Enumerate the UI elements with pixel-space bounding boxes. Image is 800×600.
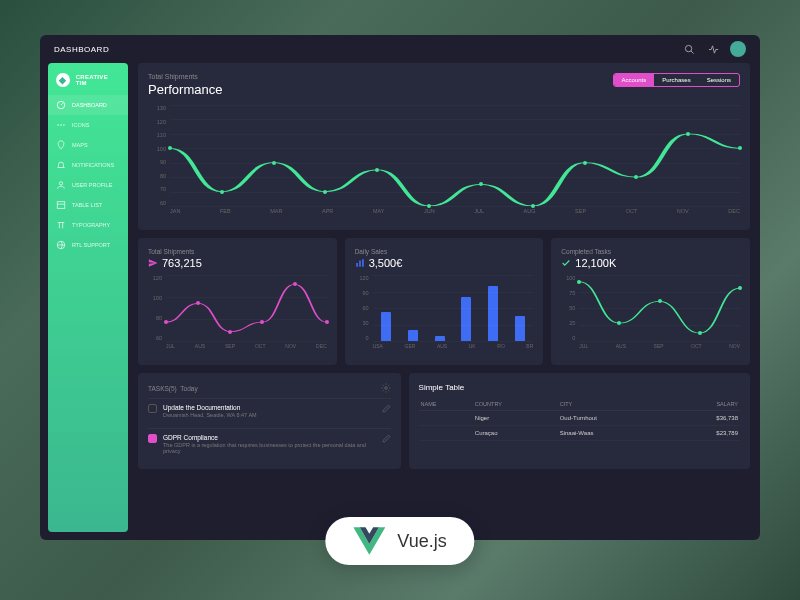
table-title: Simple Table (419, 383, 740, 392)
svg-rect-11 (359, 261, 361, 267)
nav-label: NOTIFICATIONS (72, 162, 114, 168)
stat-label: Completed Tasks (561, 248, 740, 255)
sidebar-item-table-list[interactable]: TABLE LIST (48, 195, 128, 215)
shipments-card: Total Shipments 763,215 1201008060JULAUS… (138, 238, 337, 365)
svg-point-5 (63, 124, 65, 126)
brand[interactable]: ◆ CREATIVE TIM (48, 73, 128, 95)
sidebar-item-dashboard[interactable]: DASHBOARD (48, 95, 128, 115)
tasks-panel: TASKS(5) Today Update the DocumentationD… (138, 373, 401, 469)
stat-label: Daily Sales (355, 248, 534, 255)
rtl-icon (56, 240, 66, 250)
hero-subtitle: Total Shipments (148, 73, 222, 80)
edit-icon[interactable] (382, 434, 391, 443)
svg-point-4 (57, 124, 59, 126)
stat-value: 3,500€ (369, 257, 403, 269)
pill-accounts[interactable]: Accounts (614, 74, 655, 86)
nav-label: RTL SUPPORT (72, 242, 110, 248)
hero-title: Performance (148, 82, 222, 97)
stat-value: 763,215 (162, 257, 202, 269)
sidebar-item-maps[interactable]: MAPS (48, 135, 128, 155)
task-title: GDPR Compliance (163, 434, 376, 441)
tasks-today: Today (180, 385, 197, 392)
typo-icon (56, 220, 66, 230)
tasks-card: Completed Tasks 12,100K 1007550250JULAUS… (551, 238, 750, 365)
sidebar-item-notifications[interactable]: NOTIFICATIONS (48, 155, 128, 175)
nav-label: DASHBOARD (72, 102, 107, 108)
sales-card: Daily Sales 3,500€ 1209060300USAGERAUSUK… (345, 238, 544, 365)
check-icon (561, 258, 571, 268)
pill-purchases[interactable]: Purchases (654, 74, 698, 86)
task-title: Update the Documentation (163, 404, 376, 411)
table-header: SALARY (670, 398, 740, 411)
svg-rect-10 (356, 263, 358, 267)
performance-chart: 13012011010090807060JANFEBMARAPRMAYJUNJU… (148, 105, 740, 220)
nav-label: MAPS (72, 142, 88, 148)
shipments-chart: 1201008060JULAUSSEPOCTNOVDEC (148, 275, 327, 355)
vuejs-icon (353, 527, 385, 555)
nav-label: TABLE LIST (72, 202, 102, 208)
table-header: COUNTRY (473, 398, 558, 411)
chart-tabs: AccountsPurchasesSessions (613, 73, 740, 87)
table-header: CITY (558, 398, 670, 411)
dashboard-icon (56, 100, 66, 110)
sales-chart: 1209060300USAGERAUSUKROBR (355, 275, 534, 355)
paper-plane-icon (148, 258, 158, 268)
task-row: Update the DocumentationDwuamish Head, S… (148, 398, 391, 423)
user-icon (56, 180, 66, 190)
table-panel: Simple Table NAMECOUNTRYCITYSALARY Niger… (409, 373, 750, 469)
svg-point-6 (59, 182, 62, 185)
edit-icon[interactable] (382, 404, 391, 413)
activity-icon[interactable] (706, 42, 720, 56)
icons-icon (56, 120, 66, 130)
performance-card: Total Shipments Performance AccountsPurc… (138, 63, 750, 230)
sidebar-item-user-profile[interactable]: USER PROFILE (48, 175, 128, 195)
nav-label: ICONS (72, 122, 89, 128)
table-cell: Oud-Turnhout (558, 411, 670, 426)
task-checkbox[interactable] (148, 404, 157, 413)
task-subtitle: The GDPR is a regulation that requires b… (163, 442, 376, 454)
avatar[interactable] (730, 41, 746, 57)
svg-rect-7 (57, 202, 65, 209)
brand-text: CREATIVE TIM (76, 74, 120, 86)
table-cell: Niger (473, 411, 558, 426)
vuejs-badge: Vue.js (325, 517, 474, 565)
table-header: NAME (419, 398, 473, 411)
svg-point-3 (60, 124, 62, 126)
page-title: DASHBOARD (54, 45, 109, 54)
sidebar-item-icons[interactable]: ICONS (48, 115, 128, 135)
maps-icon (56, 140, 66, 150)
nav-label: USER PROFILE (72, 182, 112, 188)
sidebar-item-rtl-support[interactable]: RTL SUPPORT (48, 235, 128, 255)
table-cell (419, 411, 473, 426)
stat-value: 12,100K (575, 257, 616, 269)
table-cell: $23,789 (670, 426, 740, 441)
svg-point-0 (685, 45, 691, 51)
svg-point-13 (384, 387, 387, 390)
sales-icon (355, 258, 365, 268)
search-icon[interactable] (682, 42, 696, 56)
simple-table: NAMECOUNTRYCITYSALARY NigerOud-Turnhout$… (419, 398, 740, 441)
svg-rect-12 (362, 259, 364, 267)
svg-line-1 (690, 50, 693, 53)
table-cell: Sinaai-Waas (558, 426, 670, 441)
table-row: NigerOud-Turnhout$36,738 (419, 411, 740, 426)
gear-icon[interactable] (381, 383, 391, 393)
table-cell (419, 426, 473, 441)
topbar: DASHBOARD (40, 35, 760, 63)
table-cell: $36,738 (670, 411, 740, 426)
stat-label: Total Shipments (148, 248, 327, 255)
sidebar-item-typography[interactable]: TYPOGRAPHY (48, 215, 128, 235)
table-row: CuraçaoSinaai-Waas$23,789 (419, 426, 740, 441)
brand-icon: ◆ (56, 73, 70, 87)
bell-icon (56, 160, 66, 170)
table-icon (56, 200, 66, 210)
task-row: GDPR ComplianceThe GDPR is a regulation … (148, 428, 391, 459)
dashboard-window: DASHBOARD ◆ CREATIVE TIM DASHBOARDICONSM… (40, 35, 760, 540)
sidebar: ◆ CREATIVE TIM DASHBOARDICONSMAPSNOTIFIC… (48, 63, 128, 532)
completed-chart: 1007550250JULAUSSEPOCTNOV (561, 275, 740, 355)
task-subtitle: Dwuamish Head, Seattle, WA 8:47 AM (163, 412, 376, 418)
nav-label: TYPOGRAPHY (72, 222, 110, 228)
pill-sessions[interactable]: Sessions (699, 74, 739, 86)
tasks-count: TASKS(5) (148, 385, 177, 392)
task-checkbox[interactable] (148, 434, 157, 443)
